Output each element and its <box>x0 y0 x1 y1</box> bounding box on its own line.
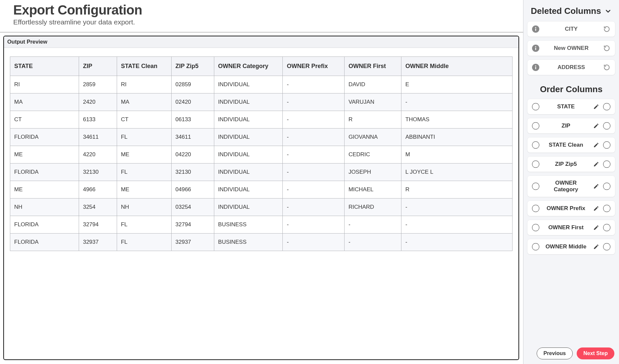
svg-point-47 <box>535 226 536 227</box>
table-row: FLORIDA34611FL34611INDIVIDUAL-GIOVANNAAB… <box>10 128 513 146</box>
table-cell: 4220 <box>79 146 117 164</box>
table-cell: 02420 <box>171 93 214 111</box>
table-cell: 03254 <box>171 199 214 216</box>
table-cell: - <box>282 111 344 128</box>
order-column-item[interactable]: ZIP Zip5 <box>527 157 615 172</box>
edit-icon[interactable] <box>593 161 600 168</box>
column-header[interactable]: ZIP <box>79 56 117 76</box>
deleted-columns-header[interactable]: Deleted Columns <box>527 6 615 16</box>
deleted-column-label: CITY <box>543 26 600 32</box>
info-icon[interactable] <box>532 141 539 149</box>
table-cell: 34611 <box>171 128 214 146</box>
remove-icon[interactable] <box>603 141 610 149</box>
edit-icon[interactable] <box>593 141 600 149</box>
column-header[interactable]: OWNER First <box>344 56 401 76</box>
info-icon[interactable] <box>532 45 539 52</box>
table-cell: BUSINESS <box>214 234 283 251</box>
deleted-column-item[interactable]: ADDRESS <box>527 60 615 75</box>
undo-icon[interactable] <box>603 64 610 71</box>
previous-button[interactable]: Previous <box>537 347 573 359</box>
table-row: NH3254NH03254INDIVIDUAL-RICHARD- <box>10 199 513 216</box>
info-icon[interactable] <box>532 103 539 110</box>
edit-icon[interactable] <box>593 205 600 212</box>
table-cell: THOMAS <box>401 111 513 128</box>
table-cell: INDIVIDUAL <box>214 111 283 128</box>
column-header[interactable]: ZIP Zip5 <box>171 56 214 76</box>
table-cell: - <box>344 216 401 234</box>
remove-icon[interactable] <box>603 224 610 231</box>
remove-icon[interactable] <box>603 103 610 110</box>
remove-icon[interactable] <box>603 183 610 190</box>
info-icon[interactable] <box>532 224 539 231</box>
info-icon[interactable] <box>532 122 539 129</box>
sidebar-scroll[interactable]: Deleted Columns CITYNew OWNERADDRESS Ord… <box>523 0 619 344</box>
table-cell: - <box>282 93 344 111</box>
svg-rect-40 <box>535 208 536 210</box>
table-cell: FL <box>117 164 171 181</box>
order-column-item[interactable]: OWNER First <box>527 220 615 235</box>
info-icon[interactable] <box>532 183 539 190</box>
table-cell: CT <box>117 111 171 128</box>
svg-point-2 <box>535 27 536 28</box>
order-column-label: ZIP Zip5 <box>543 161 589 167</box>
table-cell: INDIVIDUAL <box>214 128 283 146</box>
remove-icon[interactable] <box>603 122 610 129</box>
table-cell: RICHARD <box>344 199 401 216</box>
remove-icon[interactable] <box>603 161 610 168</box>
table-cell: - <box>401 199 513 216</box>
info-icon[interactable] <box>532 205 539 212</box>
undo-icon[interactable] <box>603 25 610 33</box>
table-cell: FL <box>117 216 171 234</box>
svg-rect-1 <box>535 28 536 31</box>
table-cell: - <box>282 76 344 93</box>
table-cell: FLORIDA <box>10 234 79 251</box>
chevron-down-icon <box>604 8 612 15</box>
next-step-button[interactable]: Next Step <box>577 347 614 359</box>
deleted-column-item[interactable]: CITY <box>527 21 615 37</box>
edit-icon[interactable] <box>593 103 600 110</box>
table-cell: - <box>344 234 401 251</box>
svg-point-11 <box>535 105 536 106</box>
info-icon[interactable] <box>532 64 539 71</box>
table-cell: - <box>401 234 513 251</box>
column-header[interactable]: OWNER Category <box>214 56 283 76</box>
info-icon[interactable] <box>532 161 539 168</box>
column-header[interactable]: OWNER Prefix <box>282 56 344 76</box>
order-column-item[interactable]: OWNER Middle <box>527 239 615 254</box>
main-area: Export Configuration Effortlessly stream… <box>0 0 523 364</box>
table-cell: 32794 <box>171 216 214 234</box>
column-header[interactable]: STATE <box>10 56 79 76</box>
order-column-item[interactable]: OWNER Prefix <box>527 201 615 216</box>
remove-icon[interactable] <box>603 205 610 212</box>
table-cell: NH <box>10 199 79 216</box>
info-icon[interactable] <box>532 25 539 33</box>
deleted-columns-title: Deleted Columns <box>531 6 601 16</box>
order-column-item[interactable]: STATE <box>527 99 615 114</box>
undo-icon[interactable] <box>603 45 610 52</box>
deleted-column-item[interactable]: New OWNER <box>527 41 615 56</box>
remove-icon[interactable] <box>603 243 610 250</box>
info-icon[interactable] <box>532 243 539 250</box>
table-cell: GIOVANNA <box>344 128 401 146</box>
edit-icon[interactable] <box>593 122 600 129</box>
edit-icon[interactable] <box>593 243 600 250</box>
edit-icon[interactable] <box>593 183 600 190</box>
svg-rect-34 <box>535 186 536 188</box>
table-cell: 06133 <box>171 111 214 128</box>
table-scroll-area[interactable]: STATEZIPSTATE CleanZIP Zip5OWNER Categor… <box>4 48 518 359</box>
order-column-item[interactable]: ZIP <box>527 118 615 133</box>
column-header[interactable]: STATE Clean <box>117 56 171 76</box>
table-row: FLORIDA32130FL32130INDIVIDUAL-JOSEPHL JO… <box>10 164 513 181</box>
table-row: ME4220ME04220INDIVIDUAL-CEDRICM <box>10 146 513 164</box>
column-header[interactable]: OWNER Middle <box>401 56 513 76</box>
table-cell: E <box>401 76 513 93</box>
order-column-item[interactable]: STATE Clean <box>527 137 615 153</box>
table-cell: - <box>282 234 344 251</box>
edit-icon[interactable] <box>593 224 600 231</box>
svg-point-17 <box>535 124 536 125</box>
table-cell: RI <box>117 76 171 93</box>
order-column-item[interactable]: OWNER Category <box>527 176 615 197</box>
table-cell: BUSINESS <box>214 216 283 234</box>
table-row: RI2859RI02859INDIVIDUAL-DAVIDE <box>10 76 513 93</box>
svg-rect-46 <box>535 227 536 229</box>
